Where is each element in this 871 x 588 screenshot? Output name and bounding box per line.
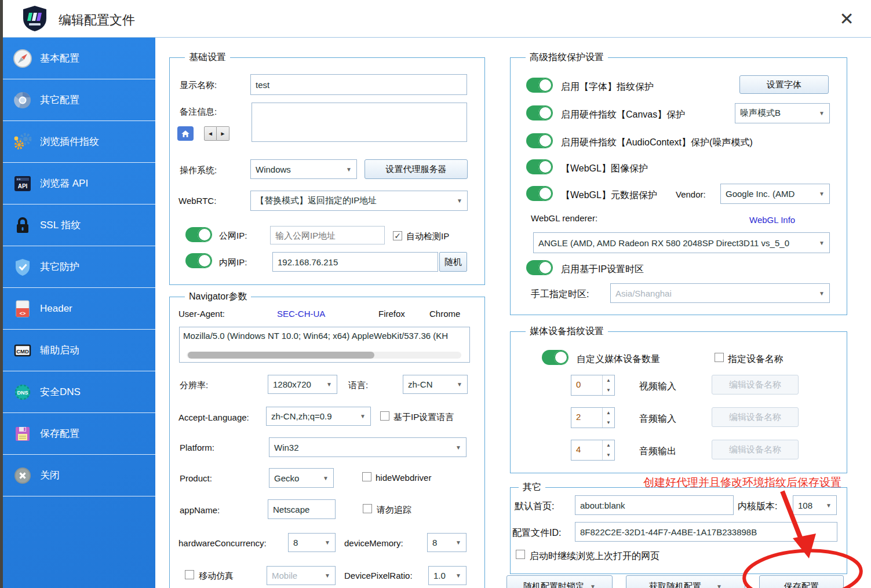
svg-text:API: API [18, 183, 28, 189]
vendor-select[interactable]: Google Inc. (AMD▼ [720, 184, 830, 204]
notes-textarea[interactable] [252, 103, 467, 142]
title-bar: 编辑配置文件 ✕ [3, 0, 871, 38]
font-protect-label: 启用【字体】指纹保护 [561, 81, 654, 93]
sidebar-item-header[interactable]: <> Header [3, 288, 155, 330]
audio-input-stepper[interactable]: 2 ▲▼ [571, 407, 615, 428]
edit-audio-out-device-button[interactable]: 编辑设备名称 [712, 440, 799, 459]
webgl-image-toggle[interactable] [526, 159, 553, 174]
sidebar-item-close[interactable]: 关闭 [3, 455, 155, 496]
firefox-link[interactable]: Firefox [378, 309, 405, 319]
audio-output-stepper[interactable]: 4 ▲▼ [571, 440, 615, 461]
chevron-down-icon: ▼ [325, 572, 330, 579]
tz-select[interactable]: Asia/Shanghai▼ [610, 283, 830, 303]
webgl-info-link[interactable]: WebGL Info [749, 215, 795, 225]
tz-by-ip-toggle[interactable] [526, 260, 553, 275]
canvas-protect-toggle[interactable] [526, 105, 553, 120]
sidebar-item-save-config[interactable]: 保存配置 [3, 413, 155, 455]
webgl-renderer-select[interactable]: ANGLE (AMD, AMD Radeon RX 580 2048SP Dir… [533, 232, 830, 253]
stepper-down-icon[interactable]: ▼ [603, 450, 614, 460]
platform-value: Win32 [274, 443, 299, 452]
hwc-select[interactable]: 8▼ [288, 533, 336, 552]
device-memory-select[interactable]: 8▼ [427, 533, 467, 552]
ua-scrollbar-thumb[interactable] [188, 352, 374, 359]
edit-audio-in-device-button[interactable]: 编辑设备名称 [712, 407, 799, 427]
stepper-down-icon[interactable]: ▼ [603, 418, 614, 428]
stepper-up-icon[interactable]: ▲ [603, 408, 614, 418]
webgl-meta-toggle[interactable] [526, 186, 553, 201]
dnt-checkbox[interactable] [363, 504, 372, 513]
sidebar-item-label: Header [40, 303, 72, 315]
custom-device-count-toggle[interactable] [542, 350, 568, 365]
sidebar-item-label: 浏览器 API [40, 177, 88, 190]
accept-language-value: zh-CN,zh;q=0.9 [271, 411, 332, 421]
mobile-value: Mobile [272, 571, 297, 580]
accept-language-select[interactable]: zh-CN,zh;q=0.9▼ [266, 407, 371, 426]
lock-random-label: 随机配置时锁定 [523, 581, 584, 588]
sidebar-item-label: 基本配置 [40, 52, 79, 65]
sidebar-item-other-config[interactable]: 其它配置 [3, 79, 155, 121]
nav-back-button[interactable]: ◄ [204, 126, 217, 141]
sidebar-item-assist-launch[interactable]: CMD 辅助启动 [3, 330, 155, 371]
product-select[interactable]: Gecko▼ [269, 468, 334, 488]
sidebar-item-basic-config[interactable]: 基本配置 [3, 38, 155, 79]
named-device-checkbox[interactable] [715, 353, 724, 362]
auto-detect-ip-checkbox[interactable]: ✓ [393, 231, 402, 240]
public-ip-input[interactable] [270, 226, 385, 244]
os-select[interactable]: Windows▼ [250, 159, 357, 179]
lan-ip-toggle[interactable] [185, 253, 212, 268]
random-ip-button[interactable]: 随机 [439, 252, 467, 272]
chevron-down-icon: ▼ [455, 444, 461, 451]
sidebar-item-secure-dns[interactable]: DNS 安全DNS [3, 371, 155, 413]
mobile-emulation-checkbox[interactable] [185, 570, 194, 579]
home-button[interactable] [177, 126, 194, 141]
sidebar-item-browser-api[interactable]: API 浏览器 API [3, 163, 155, 204]
get-random-button[interactable]: 获取随机配置 ▼ [626, 575, 745, 588]
stepper-down-icon[interactable]: ▼ [603, 385, 614, 395]
homepage-input[interactable] [575, 495, 734, 515]
mobile-select[interactable]: Mobile▼ [267, 566, 336, 585]
chevron-down-icon: ▼ [457, 381, 462, 388]
proxy-settings-button[interactable]: 设置代理服务器 [365, 159, 468, 179]
profile-id-input[interactable] [575, 522, 837, 542]
lock-random-button[interactable]: 随机配置时锁定 ▼ [506, 575, 613, 588]
chrome-link[interactable]: Chrome [429, 309, 460, 319]
set-font-button[interactable]: 设置字体 [739, 75, 829, 94]
appname-input[interactable] [268, 499, 336, 519]
chevron-down-icon: ▼ [819, 240, 825, 246]
sidebar-item-plugin-fingerprint[interactable]: 浏览插件指纹 [3, 121, 155, 163]
chevron-down-icon: ▼ [457, 198, 462, 204]
close-window-button[interactable]: ✕ [835, 7, 858, 30]
chevron-down-icon: ▼ [819, 191, 825, 197]
save-config-button[interactable]: 保存配置 [759, 575, 844, 588]
audio-protect-toggle[interactable] [526, 133, 553, 148]
stepper-up-icon[interactable]: ▲ [603, 375, 614, 385]
user-agent-box[interactable]: Mozilla/5.0 (Windows NT 10.0; Win64; x64… [179, 327, 470, 363]
language-select[interactable]: zh-CN▼ [403, 375, 468, 394]
public-ip-label: 公网IP: [219, 231, 247, 242]
sec-ch-ua-link[interactable]: SEC-CH-UA [277, 309, 325, 319]
floppy-icon [12, 423, 33, 444]
webgl-renderer-label: WebGL renderer: [531, 213, 597, 223]
ip-language-checkbox[interactable] [380, 411, 389, 421]
public-ip-toggle[interactable] [185, 227, 212, 242]
sidebar-item-other-protection[interactable]: 其它防护 [3, 246, 155, 288]
platform-label: Platform: [180, 443, 214, 452]
video-input-stepper[interactable]: 0 ▲▼ [571, 375, 615, 396]
dpr-select[interactable]: 1.0▼ [428, 566, 467, 585]
hide-webdriver-checkbox[interactable] [362, 472, 371, 481]
resolution-select[interactable]: 1280x720▼ [268, 375, 337, 394]
canvas-mode-select[interactable]: 噪声模式B▼ [735, 103, 830, 123]
nav-forward-button[interactable]: ► [217, 126, 229, 141]
edit-video-device-button[interactable]: 编辑设备名称 [712, 375, 799, 395]
stepper-up-icon[interactable]: ▲ [603, 440, 614, 450]
kernel-select[interactable]: 108▼ [793, 495, 837, 515]
resume-browsing-checkbox[interactable] [516, 550, 525, 559]
user-agent-label: User-Agent: [178, 309, 225, 319]
ua-scrollbar-track[interactable] [187, 352, 461, 359]
display-name-input[interactable] [250, 74, 467, 95]
platform-select[interactable]: Win32▼ [269, 437, 467, 457]
lan-ip-input[interactable] [272, 252, 438, 272]
sidebar-item-ssl-fingerprint[interactable]: SSL 指纹 [3, 204, 155, 246]
webrtc-select[interactable]: 【替换模式】返回指定的IP地址▼ [250, 191, 468, 211]
font-protect-toggle[interactable] [526, 78, 553, 93]
